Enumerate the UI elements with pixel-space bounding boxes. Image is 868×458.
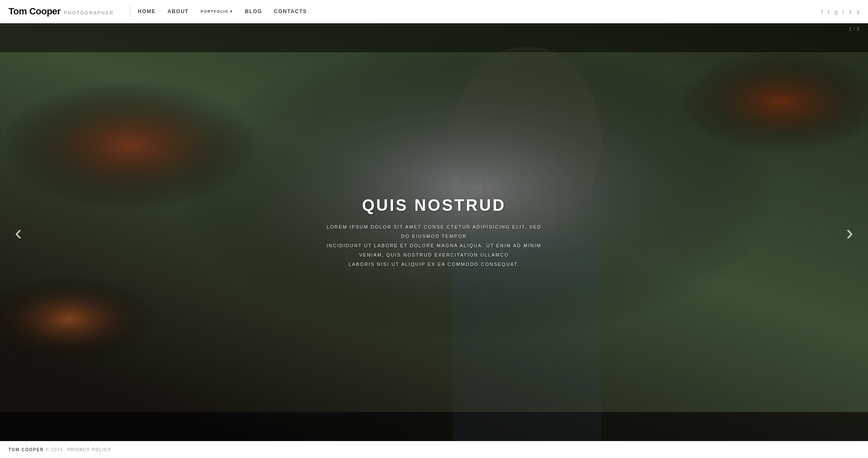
instagram-icon[interactable]: i — [843, 8, 844, 15]
hero-slider: 1 / 3 QUIS NOSTRUD LOREM IPSUM DOLOR SIT… — [0, 23, 868, 441]
slide-prev-button[interactable]: ‹ — [6, 218, 31, 247]
youtube-icon[interactable]: y — [857, 8, 860, 15]
google-plus-icon[interactable]: g — [835, 8, 837, 15]
slide-title: QUIS NOSTRUD — [324, 196, 544, 214]
slide-description: LOREM IPSUM DOLOR SIT AMET CONSE CTETUR … — [324, 222, 544, 268]
nav-contacts[interactable]: CONTACTS — [274, 8, 307, 14]
footer-brand: TOM COOPER © 2015. — [8, 447, 65, 452]
header-divider — [130, 5, 130, 18]
nav-home[interactable]: HOME — [138, 8, 156, 14]
slide-next-button[interactable]: › — [837, 218, 862, 247]
main-nav: HOME ABOUT PORTFOLIO ▾ BLOG CONTACTS — [138, 8, 821, 14]
hero-content: QUIS NOSTRUD LOREM IPSUM DOLOR SIT AMET … — [324, 196, 544, 268]
skype-icon[interactable]: s — [849, 8, 852, 15]
nav-about[interactable]: ABOUT — [167, 8, 189, 14]
twitter-icon[interactable]: t — [828, 8, 829, 15]
privacy-policy-link[interactable]: PRIVACY POLICY — [67, 447, 111, 452]
brand-logo: Tom Cooper PHOTOGRAPHER — [8, 6, 114, 17]
facebook-icon[interactable]: f — [821, 8, 823, 15]
nav-portfolio[interactable]: PORTFOLIO ▾ — [200, 9, 233, 14]
site-footer: TOM COOPER © 2015. PRIVACY POLICY — [0, 441, 868, 458]
chevron-down-icon: ▾ — [230, 9, 233, 14]
brand-subtitle: PHOTOGRAPHER — [64, 10, 114, 15]
social-icons-group: f t g i s y — [821, 8, 860, 15]
site-header: Tom Cooper PHOTOGRAPHER HOME ABOUT PORTF… — [0, 0, 868, 23]
brand-name: Tom Cooper — [8, 6, 61, 17]
nav-blog[interactable]: BLOG — [245, 8, 262, 14]
slide-counter: 1 / 3 — [849, 27, 860, 31]
